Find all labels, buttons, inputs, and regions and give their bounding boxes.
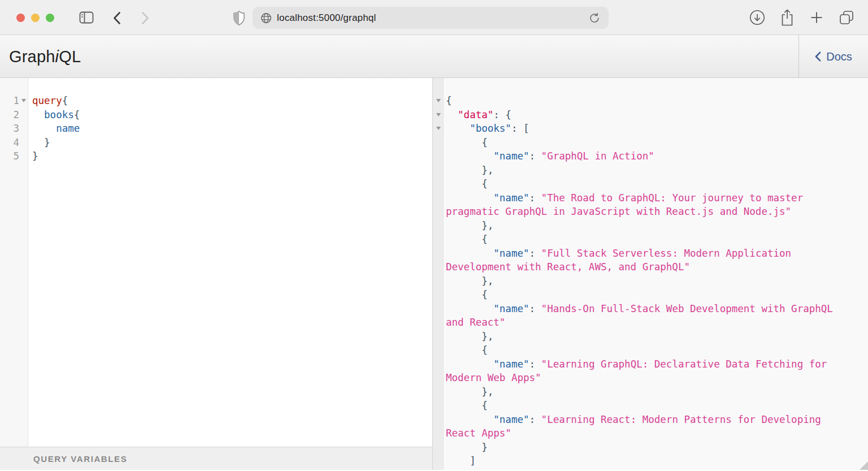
code-line: }, xyxy=(433,219,868,233)
address-bar[interactable]: localhost:5000/graphql xyxy=(253,7,609,29)
code-text: }, xyxy=(444,220,493,231)
code-text: } xyxy=(28,137,50,148)
docs-chevron-icon xyxy=(815,51,821,62)
code-line: { xyxy=(433,399,868,413)
resize-grip[interactable] xyxy=(860,461,868,470)
code-line: "name": "Learning GraphQL: Declarative D… xyxy=(433,357,868,371)
code-text: { xyxy=(444,400,488,411)
forward-button[interactable] xyxy=(140,11,150,25)
query-editor-pane[interactable]: 1query{2 books{3 name4 }5} QUERY VARIABL… xyxy=(0,78,433,470)
code-line: "data": { xyxy=(433,108,868,122)
browser-chrome: localhost:5000/graphql xyxy=(0,0,868,35)
line-number: 1 xyxy=(0,95,19,106)
fold-arrow-icon xyxy=(436,99,441,102)
reload-button[interactable] xyxy=(588,11,603,25)
result-viewer: { "data": { "books": [ { "name": "GraphQ… xyxy=(433,78,868,470)
fold-arrow-icon xyxy=(21,99,26,102)
share-button[interactable] xyxy=(779,8,795,27)
fold-marker[interactable] xyxy=(433,113,444,116)
forward-icon xyxy=(141,11,149,25)
code-line: Development with React, AWS, and GraphQL… xyxy=(433,260,868,274)
privacy-report-button[interactable] xyxy=(232,9,246,27)
code-text: { xyxy=(444,95,452,106)
sidebar-icon xyxy=(79,11,94,24)
code-line: 1query{ xyxy=(0,94,432,108)
line-number: 4 xyxy=(0,137,19,148)
code-line: { xyxy=(433,343,868,357)
code-line: "name": "GraphQL in Action" xyxy=(433,149,868,163)
code-line: }, xyxy=(433,163,868,178)
fold-marker[interactable] xyxy=(433,127,444,130)
code-text: "name": "Learning GraphQL: Declarative D… xyxy=(444,358,827,370)
minimize-window-button[interactable] xyxy=(31,14,40,22)
code-line: } xyxy=(433,440,868,455)
zoom-window-button[interactable] xyxy=(46,14,54,22)
url-text: localhost:5000/graphql xyxy=(277,12,376,24)
line-number: 5 xyxy=(0,150,19,162)
code-text: books{ xyxy=(28,109,80,120)
code-line: { xyxy=(433,288,868,302)
line-number: 2 xyxy=(0,109,19,120)
tabs-icon xyxy=(839,10,854,25)
docs-toggle[interactable]: Docs xyxy=(798,35,868,78)
code-text: { xyxy=(444,344,488,356)
code-line: 2 books{ xyxy=(0,108,432,122)
code-line: { xyxy=(433,136,868,150)
code-line: "books": [ xyxy=(433,122,868,136)
code-text: } xyxy=(28,150,38,162)
sidebar-toggle-button[interactable] xyxy=(79,11,94,24)
code-text: and React" xyxy=(444,317,505,328)
close-window-button[interactable] xyxy=(16,14,25,22)
code-text: { xyxy=(444,178,488,189)
code-text: } xyxy=(444,442,488,453)
code-text: ] xyxy=(444,455,476,466)
query-editor[interactable]: 1query{2 books{3 name4 }5} xyxy=(0,78,432,163)
code-text: "name": "Full Stack Serverless: Modern A… xyxy=(444,248,791,259)
back-button[interactable] xyxy=(112,11,122,25)
code-line: and React" xyxy=(433,316,868,330)
code-line: }, xyxy=(433,385,868,399)
code-text: }, xyxy=(444,331,493,342)
downloads-button[interactable] xyxy=(749,10,765,25)
code-text: "name": "GraphQL in Action" xyxy=(444,150,654,162)
code-text: { xyxy=(444,289,488,300)
code-text: name xyxy=(28,123,80,134)
code-text: query{ xyxy=(28,95,68,106)
code-text: { xyxy=(444,234,488,245)
refresh-icon xyxy=(588,12,601,24)
docs-label: Docs xyxy=(826,50,852,63)
code-text: "name": "Hands-On Full-Stack Web Develop… xyxy=(444,303,833,314)
fold-marker[interactable] xyxy=(19,99,28,102)
code-line: { xyxy=(433,177,868,191)
code-text: "data": { xyxy=(444,109,511,120)
code-text: }, xyxy=(444,275,493,287)
code-line: Modern Web Apps" xyxy=(433,371,868,385)
graphiql-main: 1query{2 books{3 name4 }5} QUERY VARIABL… xyxy=(0,78,868,470)
globe-icon xyxy=(261,12,272,24)
code-text: "name": "The Road to GraphQL: Your journ… xyxy=(444,192,803,204)
code-text: Development with React, AWS, and GraphQL… xyxy=(444,261,690,273)
new-tab-icon xyxy=(810,11,823,24)
tab-overview-button[interactable] xyxy=(838,10,855,25)
code-line: }, xyxy=(433,330,868,344)
code-line: pragmatic GraphQL in JavaScript with Rea… xyxy=(433,205,868,219)
code-line: 3 name xyxy=(0,122,432,136)
code-line: { xyxy=(433,232,868,247)
graphiql-toolbar: GraphiQL Prettify History Docs xyxy=(0,35,868,78)
window-controls xyxy=(16,14,54,22)
new-tab-button[interactable] xyxy=(809,10,824,25)
result-pane: { "data": { "books": [ { "name": "GraphQ… xyxy=(433,78,868,470)
code-line: "name": "Hands-On Full-Stack Web Develop… xyxy=(433,302,868,316)
code-line: { xyxy=(433,94,868,108)
code-text: React Apps" xyxy=(444,427,511,439)
code-text: }, xyxy=(444,165,493,176)
line-number: 3 xyxy=(0,123,19,134)
code-text: "books": [ xyxy=(444,123,530,134)
query-variables-bar[interactable]: QUERY VARIABLES xyxy=(0,447,432,470)
share-icon xyxy=(780,8,795,27)
graphiql-logo: GraphiQL xyxy=(9,35,81,78)
fold-arrow-icon xyxy=(436,113,441,116)
fold-marker[interactable] xyxy=(433,99,444,102)
code-text: }, xyxy=(444,386,493,397)
code-line: "name": "Full Stack Serverless: Modern A… xyxy=(433,247,868,261)
